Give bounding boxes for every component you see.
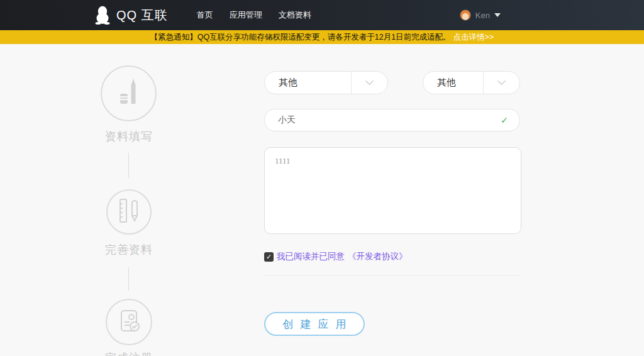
- step-label-fill-info: 资料填写: [0, 129, 258, 144]
- app-name-input[interactable]: [265, 115, 501, 125]
- page-content: 资料填写 完善资料: [0, 44, 644, 356]
- select-arrow-box[interactable]: [351, 72, 387, 94]
- ruler-pen-icon: [116, 197, 142, 227]
- form-divider: [264, 275, 521, 276]
- user-menu[interactable]: Ken: [460, 9, 501, 21]
- notice-text: 【紧急通知】QQ互联分享功能存储权限适配变更，请各开发者于12月1日前完成适配。: [150, 32, 451, 43]
- create-app-button[interactable]: 创建应用: [264, 312, 365, 336]
- step-circle-fill-info: [101, 65, 157, 121]
- notice-details-link[interactable]: 点击详情>>: [453, 32, 494, 43]
- chevron-down-icon: [365, 77, 374, 85]
- app-subtype-select[interactable]: 其他: [423, 71, 520, 94]
- top-navbar: QQ 互联 首页 应用管理 文档资料 Ken: [0, 0, 644, 30]
- app-type-select[interactable]: 其他: [264, 71, 388, 94]
- user-avatar: [460, 9, 471, 21]
- step-connector: [128, 153, 129, 178]
- qq-connect-logo[interactable]: QQ 互联: [94, 6, 168, 25]
- app-subtype-value: 其他: [423, 77, 483, 89]
- chevron-down-icon: [497, 77, 506, 85]
- category-select-row: 其他 其他: [264, 71, 521, 94]
- document-check-icon: [116, 308, 142, 337]
- step-label-finish-register: 完成注册: [0, 350, 258, 356]
- nav-item-home[interactable]: 首页: [197, 9, 213, 21]
- app-description-textarea[interactable]: 1111: [264, 147, 521, 234]
- step-connector: [128, 267, 129, 291]
- urgent-notice-bar: 【紧急通知】QQ互联分享功能存储权限适配变更，请各开发者于12月1日前完成适配。…: [0, 30, 644, 44]
- step-label-complete-info: 完善资料: [0, 242, 258, 257]
- qq-penguin-icon: [94, 6, 111, 25]
- registration-steps: 资料填写 完善资料: [0, 44, 258, 356]
- developer-agreement-link[interactable]: 《开发者协议》: [348, 251, 408, 262]
- nav-menu: 首页 应用管理 文档资料: [197, 9, 311, 21]
- agreement-row: ✓ 我已阅读并已同意 《开发者协议》: [264, 251, 521, 262]
- create-app-form: 其他 其他 ✓ 1111 ✓ 我已阅读并已同意 《开发者协议》 创建应用: [264, 71, 521, 336]
- step-circle-complete-info: [106, 189, 152, 235]
- logo-text: QQ 互联: [116, 7, 168, 24]
- agreement-checkbox[interactable]: ✓: [264, 252, 274, 262]
- app-type-value: 其他: [265, 77, 351, 89]
- agreement-text: 我已阅读并已同意: [277, 251, 345, 262]
- select-arrow-box[interactable]: [483, 72, 519, 94]
- nav-item-docs[interactable]: 文档资料: [279, 9, 311, 21]
- user-name: Ken: [475, 11, 490, 20]
- valid-check-icon: ✓: [501, 115, 519, 125]
- step-circle-finish-register: [106, 299, 152, 345]
- chevron-down-icon: [494, 13, 501, 17]
- pen-eraser-icon: [114, 76, 143, 111]
- app-name-field: ✓: [264, 109, 520, 131]
- nav-item-app-management[interactable]: 应用管理: [230, 9, 262, 21]
